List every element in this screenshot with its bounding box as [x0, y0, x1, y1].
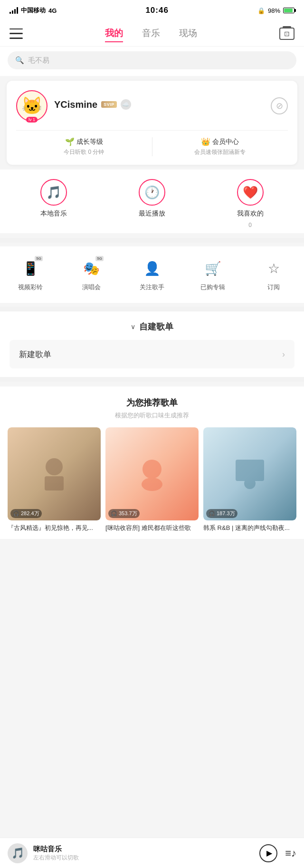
status-bar: 中国移动 4G 10:46 🔒 98% [0, 0, 304, 21]
feature-purchased[interactable]: 🛒 已购专辑 [187, 253, 239, 295]
settings-icon[interactable]: ⊘ [271, 97, 288, 114]
concert-icon: 🎭 5G [80, 257, 103, 280]
rec-card-img-1: 🎧 282.4万 [8, 427, 101, 520]
video-ringtone-label: 视频彩铃 [18, 283, 43, 292]
growth-icon: 🌱 [65, 137, 75, 146]
mini-player-controls: ▶ ≡♪ [259, 844, 296, 862]
profile-actions: 🌱 成长等级 今日听歌 0 分钟 👑 会员中心 会员速领张韶涵新专 [16, 130, 288, 156]
nav-bar: 我的 音乐 现场 ⊡ [0, 21, 304, 47]
playlist-section: ∨ 自建歌单 新建歌单 › [0, 311, 304, 377]
mini-player-icon: 🎵 [11, 847, 24, 859]
network-label: 4G [48, 7, 57, 14]
hamburger-menu-icon[interactable] [10, 28, 23, 39]
cloud-badge: ☁️ [121, 99, 131, 110]
section-divider-3 [0, 377, 304, 382]
video-ringtone-icon: 📱 5G [19, 257, 42, 280]
tab-music[interactable]: 音乐 [142, 25, 160, 42]
subscribe-icon: ☆ [262, 257, 285, 280]
quick-link-local[interactable]: 🎵 本地音乐 [30, 179, 77, 228]
recommended-subtitle: 根据您的听歌口味生成推荐 [8, 411, 296, 420]
search-bar[interactable]: 🔍 毛不易 [8, 51, 296, 69]
rec-card-img-2: 🎧 353.7万 [105, 427, 199, 520]
headphone-icon-3: 🎧 [209, 510, 215, 517]
rec-card-2[interactable]: 🎧 353.7万 [咪咕收容所] 难民都在听这些歌 [105, 427, 199, 532]
rec-card-bg-2 [105, 427, 199, 520]
profile-card: 🐱 lv 1 YCismine SVIP ☁️ ⊘ 🌱 成长等级 今日听歌 0 … [7, 81, 297, 165]
mini-player-info: 咪咕音乐 左右滑动可以切歌 [33, 845, 254, 862]
member-title: 👑 会员中心 [201, 137, 239, 146]
growth-sub: 今日听歌 0 分钟 [64, 148, 104, 156]
profile-username: YCismine [54, 99, 97, 110]
recommended-section: 为您推荐歌单 根据您的听歌口味生成推荐 🎧 282.4万 『古风精选』初见惊艳，… [0, 387, 304, 539]
lock-icon: 🔒 [257, 7, 265, 14]
chevron-down-icon: ∨ [131, 323, 135, 330]
rec-card-count-2: 🎧 353.7万 [108, 509, 140, 518]
recent-play-icon: 🕐 [139, 179, 165, 206]
battery-pct: 98% [268, 7, 280, 14]
follow-artist-icon: 👤 [141, 257, 163, 280]
scan-icon[interactable]: ⊡ [279, 28, 294, 40]
feature-subscribe[interactable]: ☆ 订阅 [247, 253, 300, 295]
profile-top: 🐱 lv 1 YCismine SVIP ☁️ ⊘ [16, 90, 288, 122]
feature-video-ringtone[interactable]: 📱 5G 视频彩铃 [4, 253, 57, 295]
avatar-level: lv 1 [26, 117, 38, 123]
growth-title: 🌱 成长等级 [65, 137, 103, 146]
svg-point-3 [142, 478, 162, 491]
svip-badge: SVIP [101, 101, 117, 108]
feature-grid: 📱 5G 视频彩铃 🎭 5G 演唱会 👤 关注歌手 🛒 已购专辑 [0, 246, 304, 303]
rec-card-title-3: 韩系 R&B | 迷离的声线勾勒夜... [203, 524, 296, 532]
tab-my[interactable]: 我的 [105, 25, 123, 42]
avatar-wrapper[interactable]: 🐱 lv 1 [16, 90, 48, 122]
member-sub: 会员速领张韶涵新专 [194, 148, 246, 156]
section-divider-1 [0, 238, 304, 243]
nav-tabs: 我的 音乐 现场 [23, 25, 279, 42]
status-right: 🔒 98% [257, 7, 294, 14]
profile-info: YCismine SVIP ☁️ [54, 99, 264, 113]
profile-name-row: YCismine SVIP ☁️ [54, 99, 264, 110]
rec-card-bg-3 [203, 427, 296, 520]
concert-label: 演唱会 [82, 283, 101, 292]
playlist-header: ∨ 自建歌单 [10, 321, 294, 332]
growth-action[interactable]: 🌱 成长等级 今日听歌 0 分钟 [16, 137, 152, 156]
playlist-button[interactable]: ≡♪ [285, 847, 296, 859]
carrier-label: 中国移动 [21, 6, 46, 15]
rec-card-title-1: 『古风精选』初见惊艳，再见... [8, 524, 101, 532]
recommended-cards: 🎧 282.4万 『古风精选』初见惊艳，再见... 🎧 353.7万 [8, 427, 296, 532]
rec-card-count-1: 🎧 282.4万 [10, 509, 42, 518]
signal-icon [10, 7, 18, 14]
quick-link-favorites[interactable]: ❤️ 我喜欢的 0 [227, 179, 274, 228]
rec-card-1[interactable]: 🎧 282.4万 『古风精选』初见惊艳，再见... [8, 427, 101, 532]
status-left: 中国移动 4G [10, 6, 57, 15]
member-icon: 👑 [201, 137, 210, 146]
rec-card-3[interactable]: 🎧 187.3万 韩系 R&B | 迷离的声线勾勒夜... [203, 427, 296, 532]
5g-badge-1: 5G [35, 256, 43, 261]
follow-artist-label: 关注歌手 [140, 283, 164, 292]
new-playlist-label: 新建歌单 [19, 349, 51, 360]
svg-point-2 [142, 460, 162, 479]
purchased-label: 已购专辑 [200, 283, 225, 292]
favorites-count: 0 [248, 222, 252, 228]
play-button[interactable]: ▶ [259, 844, 277, 862]
svg-rect-1 [45, 476, 64, 491]
local-music-icon: 🎵 [40, 179, 67, 206]
search-icon: 🔍 [15, 56, 24, 65]
recommended-title: 为您推荐歌单 [8, 397, 296, 408]
quick-links-row: 🎵 本地音乐 🕐 最近播放 ❤️ 我喜欢的 0 [0, 179, 304, 228]
quick-link-recent[interactable]: 🕐 最近播放 [128, 179, 176, 228]
feature-follow-artist[interactable]: 👤 关注歌手 [126, 253, 178, 295]
feature-concert[interactable]: 🎭 5G 演唱会 [65, 253, 117, 295]
new-playlist-button[interactable]: 新建歌单 › [10, 340, 294, 368]
mini-player-subtitle: 左右滑动可以切歌 [33, 854, 254, 862]
5g-badge-2: 5G [95, 256, 104, 261]
svg-point-5 [244, 478, 256, 489]
tab-live[interactable]: 现场 [179, 25, 197, 42]
rec-card-img-3: 🎧 187.3万 [203, 427, 296, 520]
chevron-right-icon: › [282, 349, 285, 359]
headphone-icon-1: 🎧 [13, 510, 19, 517]
member-action[interactable]: 👑 会员中心 会员速领张韶涵新专 [152, 137, 288, 156]
rec-card-count-3: 🎧 187.3万 [206, 509, 238, 518]
favorites-icon: ❤️ [237, 179, 264, 206]
subscribe-label: 订阅 [267, 283, 280, 292]
purchased-icon: 🛒 [201, 257, 224, 280]
mini-player-title: 咪咕音乐 [33, 845, 254, 854]
